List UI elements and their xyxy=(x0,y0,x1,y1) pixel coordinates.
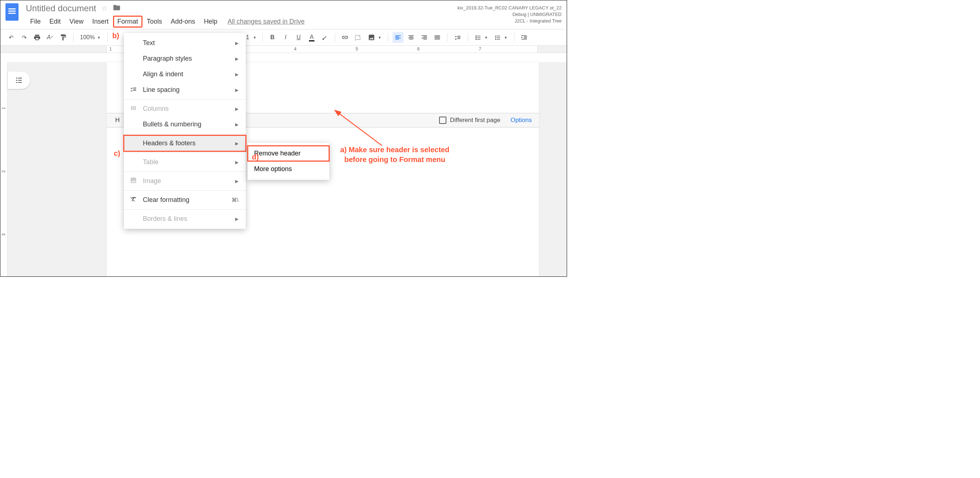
headers-footers-submenu: Remove headerMore options xyxy=(248,143,329,180)
format-menu-headers-footers[interactable]: Headers & footers▶ xyxy=(124,135,246,151)
menu-format[interactable]: Format xyxy=(113,16,143,28)
format-menu-bullets-numbering[interactable]: Bullets & numbering▶ xyxy=(124,117,246,132)
annotation-c: c) xyxy=(114,149,120,158)
different-first-page-label: Different first page xyxy=(450,117,501,124)
insert-link-button[interactable] xyxy=(339,32,350,43)
menu-add-ons[interactable]: Add-ons xyxy=(167,16,200,28)
folder-icon[interactable] xyxy=(113,4,121,13)
format-menu-dropdown: Text▶Paragraph styles▶Align & indent▶Lin… xyxy=(124,33,246,229)
format-menu-line-spacing[interactable]: Line spacing▶ xyxy=(124,82,246,98)
insert-comment-button[interactable] xyxy=(353,32,363,43)
format-menu-borders-lines: Borders & lines▶ xyxy=(124,211,246,227)
ruler-number: 5 xyxy=(355,46,358,52)
ruler-number: 1 xyxy=(110,46,112,52)
underline-button[interactable]: U xyxy=(293,32,304,43)
debug-info: kix_2019.32-Tue_RC02 CANARY LEGACY ot_22… xyxy=(458,3,562,25)
format-menu-text[interactable]: Text▶ xyxy=(124,35,246,51)
spellcheck-button[interactable]: A✓ xyxy=(45,32,56,43)
svg-point-2 xyxy=(495,39,496,40)
redo-button[interactable]: ↷ xyxy=(19,32,29,43)
star-icon[interactable]: ☆ xyxy=(101,4,108,13)
toolbar: ↶ ↷ A✓ 100%▼ 11▼ B I U A ▼ xyxy=(0,29,567,46)
outline-toggle[interactable] xyxy=(8,71,30,89)
annotation-d: d) xyxy=(252,153,259,161)
align-center-button[interactable] xyxy=(406,32,417,43)
text-color-button[interactable]: A xyxy=(306,32,317,43)
highlight-button[interactable] xyxy=(320,32,331,43)
format-menu-table: Table▶ xyxy=(124,154,246,170)
align-left-button[interactable] xyxy=(393,32,404,43)
undo-button[interactable]: ↶ xyxy=(5,32,16,43)
submenu-remove-header[interactable]: Remove header xyxy=(248,146,329,161)
vertical-ruler: 1 2 3 xyxy=(0,62,8,276)
doc-title[interactable]: Untitled document xyxy=(26,3,96,13)
format-menu-image: Image▶ xyxy=(124,173,246,189)
italic-button[interactable]: I xyxy=(280,32,291,43)
ruler-number: 7 xyxy=(479,46,481,52)
menu-edit[interactable]: Edit xyxy=(45,16,65,28)
print-button[interactable] xyxy=(32,32,43,43)
menu-file[interactable]: File xyxy=(26,16,45,28)
checklist-button[interactable]: ▼ xyxy=(473,34,490,41)
different-first-page-checkbox[interactable] xyxy=(439,117,446,124)
svg-point-0 xyxy=(495,36,496,37)
bulleted-list-button[interactable]: ▼ xyxy=(492,34,510,41)
header-label: H xyxy=(114,117,119,124)
menubar: FileEditViewInsertFormatToolsAdd-onsHelp… xyxy=(26,16,458,28)
format-menu-columns: Columns▶ xyxy=(124,101,246,117)
saved-status[interactable]: All changes saved in Drive xyxy=(228,18,305,25)
menu-help[interactable]: Help xyxy=(200,16,222,28)
menu-view[interactable]: View xyxy=(65,16,88,28)
menu-tools[interactable]: Tools xyxy=(143,16,167,28)
header-options-link[interactable]: Options xyxy=(511,117,532,124)
ruler-number: 6 xyxy=(417,46,420,52)
svg-point-1 xyxy=(495,37,496,38)
docs-logo-icon[interactable] xyxy=(5,3,19,21)
format-menu-align-indent[interactable]: Align & indent▶ xyxy=(124,67,246,82)
horizontal-ruler: 1234567 xyxy=(0,46,567,53)
paint-format-button[interactable] xyxy=(58,32,69,43)
annotation-a: a) Make sure header is selected before g… xyxy=(340,145,449,165)
menu-insert[interactable]: Insert xyxy=(88,16,113,28)
align-right-button[interactable] xyxy=(419,32,430,43)
decrease-indent-button[interactable] xyxy=(519,32,530,43)
annotation-b: b) xyxy=(112,32,119,40)
format-menu-paragraph-styles[interactable]: Paragraph styles▶ xyxy=(124,51,246,67)
format-menu-clear-formatting[interactable]: Clear formatting⌘\ xyxy=(124,192,246,208)
line-spacing-button[interactable] xyxy=(452,34,463,41)
zoom-select[interactable]: 100%▼ xyxy=(78,34,103,41)
align-justify-button[interactable] xyxy=(432,32,443,43)
ruler-number: 4 xyxy=(294,46,297,52)
insert-image-button[interactable]: ▼ xyxy=(366,34,384,41)
svg-line-3 xyxy=(339,113,382,146)
submenu-more-options[interactable]: More options xyxy=(248,161,329,177)
bold-button[interactable]: B xyxy=(267,32,278,43)
